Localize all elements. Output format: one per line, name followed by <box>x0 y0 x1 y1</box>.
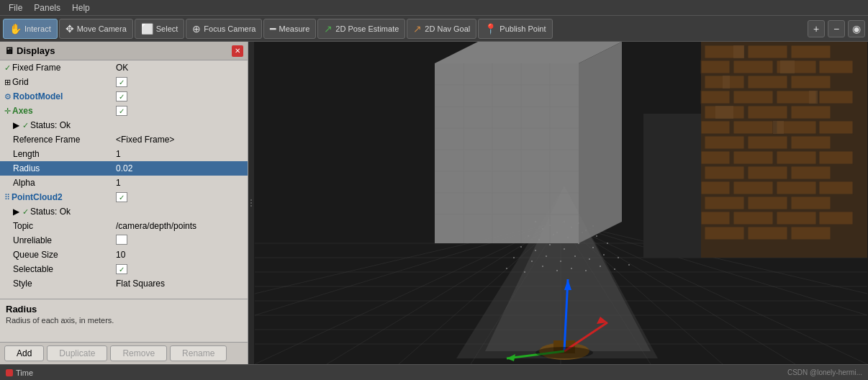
duplicate-button[interactable]: Duplicate <box>47 345 107 361</box>
status-time-item: Time <box>6 368 33 377</box>
zoom-out-button[interactable]: − <box>828 20 845 37</box>
svg-rect-108 <box>791 166 831 179</box>
tree-row-fixed-frame[interactable]: ✓ Fixed Frame OK <box>0 60 248 75</box>
rename-button[interactable]: Rename <box>170 345 227 361</box>
svg-rect-119 <box>819 212 853 225</box>
axes-label: Axes <box>12 106 33 116</box>
svg-rect-86 <box>748 76 787 89</box>
tree-row-robotmodel[interactable]: ⚙ RobotModel <box>0 89 248 104</box>
displays-header: 🖥 Displays ✕ <box>0 42 248 60</box>
grid-icon: ⊞ <box>4 78 11 87</box>
svg-rect-127 <box>715 106 733 119</box>
fixed-frame-value: OK <box>113 63 246 73</box>
pose-estimate-button[interactable]: ↗ 2D Pose Estimate <box>317 19 405 39</box>
tree-row-alpha[interactable]: Alpha 1 <box>0 176 248 190</box>
select-button[interactable]: ⬜ Select <box>135 19 185 39</box>
pc-status-ok-icon: ✓ <box>22 207 29 217</box>
svg-point-57 <box>556 270 558 271</box>
pointcloud2-checkbox[interactable] <box>113 192 246 203</box>
tree-row-pointcloud2-status[interactable]: ▶ ✓ Status: Ok <box>0 204 248 219</box>
svg-point-41 <box>549 244 551 245</box>
focus-camera-button[interactable]: ⊕ Focus Camera <box>186 19 262 39</box>
publish-point-button[interactable]: 📍 Publish Point <box>478 19 552 39</box>
tree-row-unreliable[interactable]: Unreliable <box>0 233 248 248</box>
selectable-checkbox[interactable] <box>113 264 246 275</box>
svg-rect-113 <box>705 196 744 209</box>
tree-row-reference-frame[interactable]: Reference Frame <Fixed Frame> <box>0 132 248 147</box>
svg-point-42 <box>564 248 565 250</box>
svg-rect-93 <box>748 106 787 119</box>
unreliable-checkbox[interactable] <box>113 235 246 247</box>
displays-label: Displays <box>17 45 55 56</box>
svg-rect-109 <box>701 181 730 194</box>
svg-point-49 <box>560 261 561 262</box>
svg-rect-122 <box>791 227 831 240</box>
measure-label: Measure <box>279 24 309 33</box>
svg-rect-84 <box>819 60 853 73</box>
info-title: Radius <box>6 304 242 315</box>
viewport[interactable] <box>254 42 868 364</box>
svg-rect-87 <box>791 76 831 89</box>
tree-row-topic[interactable]: Topic /camera/depth/points <box>0 219 248 233</box>
zoom-in-button[interactable]: + <box>808 20 825 37</box>
tree-row-axes-status[interactable]: ▶ ✓ Status: Ok <box>0 118 248 132</box>
grid-label: Grid <box>12 77 29 87</box>
selectable-check-icon <box>116 264 127 274</box>
tree-row-grid[interactable]: ⊞ Grid <box>0 75 248 89</box>
style-value: Flat Squares <box>113 279 246 289</box>
axes-icon: ✛ <box>4 107 11 116</box>
tree-row-length[interactable]: Length 1 <box>0 147 248 161</box>
topic-value: /camera/depth/points <box>113 221 246 231</box>
pointcloud2-check-icon <box>116 192 127 202</box>
interact-button[interactable]: ✋ Interact <box>3 19 58 39</box>
add-button[interactable]: Add <box>4 345 44 361</box>
grid-check-icon <box>116 77 127 87</box>
svg-rect-112 <box>819 181 853 194</box>
robotmodel-label: RobotModel <box>13 91 63 101</box>
svg-rect-128 <box>773 121 784 134</box>
fixed-frame-check-icon: ✓ <box>4 63 11 73</box>
pose-estimate-icon: ↗ <box>324 23 333 35</box>
robotmodel-checkbox[interactable] <box>113 91 246 102</box>
axes-checkbox[interactable] <box>113 106 246 117</box>
svg-point-62 <box>628 264 630 266</box>
resize-handle[interactable] <box>248 42 254 364</box>
tree-row-style[interactable]: Style Flat Squares <box>0 276 248 291</box>
remove-button[interactable]: Remove <box>110 345 167 361</box>
svg-rect-116 <box>701 212 730 225</box>
robotmodel-check-icon <box>116 91 127 101</box>
tree-row-selectable[interactable]: Selectable <box>0 262 248 276</box>
alpha-label: Alpha <box>13 178 35 188</box>
nav-goal-button[interactable]: ↗ 2D Nav Goal <box>407 19 476 39</box>
tree-row-radius[interactable]: Radius 0.02 <box>0 161 248 176</box>
svg-point-38 <box>596 235 597 237</box>
selectable-label: Selectable <box>13 264 53 274</box>
svg-rect-130 <box>643 114 701 258</box>
svg-point-45 <box>607 243 608 244</box>
svg-point-61 <box>614 268 615 270</box>
svg-point-52 <box>603 254 605 255</box>
svg-rect-114 <box>748 196 787 209</box>
svg-rect-102 <box>701 151 730 164</box>
tree-scroll[interactable]: ✓ Fixed Frame OK ⊞ Grid <box>0 60 248 299</box>
view-options-button[interactable]: ◉ <box>848 20 865 37</box>
tree-row-pointcloud2[interactable]: ⠿ PointCloud2 <box>0 190 248 204</box>
interact-icon: ✋ <box>9 23 22 35</box>
pointcloud-icon: ⠿ <box>4 193 10 202</box>
svg-rect-77 <box>701 42 867 258</box>
menu-panels[interactable]: Panels <box>28 1 66 14</box>
pc-expand-icon: ▶ <box>13 207 19 217</box>
tree-row-axes[interactable]: ✛ Axes <box>0 104 248 118</box>
menu-help[interactable]: Help <box>66 1 96 14</box>
menu-file[interactable]: File <box>3 1 28 14</box>
menubar: File Panels Help <box>0 0 868 16</box>
tree-row-queue-size[interactable]: Queue Size 10 <box>0 248 248 262</box>
move-camera-button[interactable]: ✥ Move Camera <box>59 19 133 39</box>
displays-close-button[interactable]: ✕ <box>232 45 243 57</box>
svg-rect-96 <box>733 121 773 134</box>
svg-point-58 <box>571 268 572 269</box>
queue-size-value: 10 <box>113 250 246 260</box>
grid-checkbox[interactable] <box>113 77 246 88</box>
svg-rect-94 <box>791 106 831 119</box>
measure-button[interactable]: ━ Measure <box>263 19 316 39</box>
